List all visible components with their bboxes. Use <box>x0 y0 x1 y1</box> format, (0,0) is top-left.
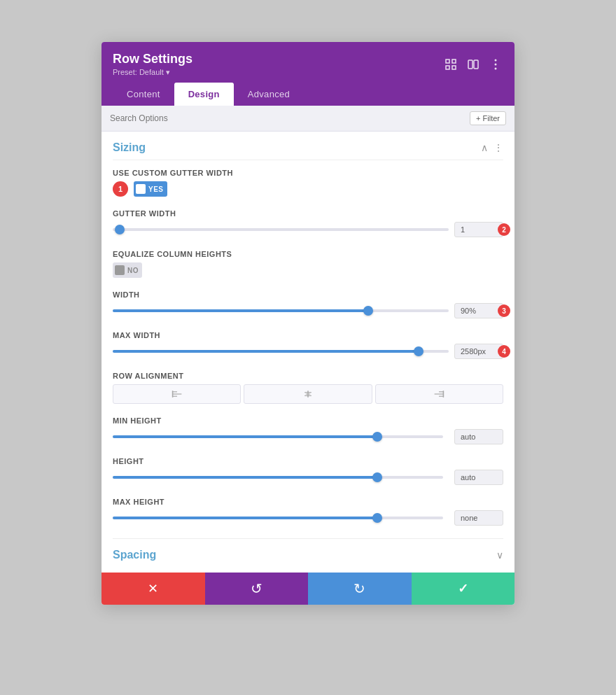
align-right-button[interactable] <box>375 384 503 404</box>
gutter-width-track[interactable] <box>113 228 449 231</box>
header-title-group: Row Settings Preset: Default ▾ <box>113 52 192 77</box>
width-setting: Width 3 <box>113 290 503 318</box>
cancel-button[interactable]: ✕ <box>102 573 205 605</box>
max-height-track[interactable] <box>113 517 443 519</box>
height-input[interactable] <box>454 470 503 485</box>
sizing-section-header: Sizing ∧ ⋮ <box>113 132 503 160</box>
cancel-icon: ✕ <box>148 581 158 596</box>
fullscreen-icon[interactable] <box>443 57 458 72</box>
width-label: Width <box>113 290 503 299</box>
min-height-track[interactable] <box>113 435 443 438</box>
alignment-buttons <box>113 384 503 404</box>
custom-gutter-toggle[interactable]: YES <box>134 181 167 197</box>
search-bar: + Filter <box>102 106 514 132</box>
badge-1: 1 <box>113 181 128 197</box>
toggle-dot-off <box>115 265 125 275</box>
spacing-section-header: Spacing ∨ <box>113 549 503 561</box>
equalize-columns-toggle[interactable]: NO <box>113 262 142 278</box>
save-button[interactable]: ✓ <box>412 573 515 605</box>
min-height-label: Min Height <box>113 416 503 425</box>
max-width-input[interactable] <box>454 344 503 359</box>
max-height-input[interactable] <box>454 510 503 526</box>
undo-button[interactable]: ↺ <box>205 573 309 605</box>
svg-point-8 <box>495 68 497 70</box>
min-height-input[interactable] <box>454 429 503 444</box>
row-alignment-setting: Row Alignment <box>113 372 503 404</box>
width-value-wrap: 3 <box>454 303 503 318</box>
height-slider-row <box>113 470 503 485</box>
align-left-button[interactable] <box>113 384 241 404</box>
height-setting: Height <box>113 457 503 485</box>
panel-tabs: Content Design Advanced <box>113 83 503 106</box>
sizing-title: Sizing <box>113 141 146 154</box>
use-custom-gutter-label: Use Custom Gutter Width <box>113 169 503 177</box>
svg-point-7 <box>495 64 497 66</box>
max-width-track[interactable] <box>113 350 449 353</box>
width-track[interactable] <box>113 309 449 312</box>
panel-title: Row Settings <box>113 52 192 66</box>
row-settings-panel: Row Settings Preset: Default ▾ <box>102 42 514 605</box>
panel-header: Row Settings Preset: Default ▾ <box>102 42 514 106</box>
save-icon: ✓ <box>458 581 468 596</box>
split-view-icon[interactable] <box>465 57 481 72</box>
height-track[interactable] <box>113 476 443 479</box>
spacing-section: Spacing ∨ <box>113 538 503 561</box>
redo-icon: ↻ <box>354 580 365 597</box>
height-label: Height <box>113 457 503 465</box>
max-width-value-wrap: 4 <box>454 344 503 359</box>
toggle-yes-label: YES <box>148 185 164 193</box>
svg-rect-0 <box>446 59 449 63</box>
tab-advanced[interactable]: Advanced <box>234 83 304 106</box>
equalize-columns-toggle-row: NO <box>113 262 503 278</box>
max-height-setting: Max Height <box>113 498 503 526</box>
use-custom-gutter-setting: Use Custom Gutter Width 1 YES <box>113 169 503 197</box>
width-input[interactable] <box>454 303 503 318</box>
tab-design[interactable]: Design <box>174 83 234 106</box>
max-width-label: Max Width <box>113 331 503 339</box>
max-height-label: Max Height <box>113 498 503 506</box>
equalize-columns-setting: Equalize Column Heights NO <box>113 250 503 278</box>
search-input[interactable] <box>110 113 470 123</box>
gutter-width-slider-row: 2 <box>113 222 503 237</box>
svg-rect-3 <box>452 66 456 69</box>
spacing-title: Spacing <box>113 549 156 561</box>
gutter-width-input[interactable] <box>454 222 503 237</box>
sizing-more-icon[interactable]: ⋮ <box>493 142 503 153</box>
redo-button[interactable]: ↻ <box>308 573 412 605</box>
gutter-width-label: Gutter Width <box>113 209 503 218</box>
panel-preset[interactable]: Preset: Default ▾ <box>113 68 192 77</box>
badge-3: 3 <box>498 304 510 317</box>
equalize-columns-label: Equalize Column Heights <box>113 250 503 258</box>
gutter-width-value-wrap: 2 <box>454 222 503 237</box>
max-width-slider-row: 4 <box>113 344 503 359</box>
max-height-slider-row <box>113 510 503 526</box>
row-alignment-label: Row Alignment <box>113 372 503 380</box>
tab-content[interactable]: Content <box>113 83 174 106</box>
badge-2: 2 <box>498 223 510 236</box>
badge-4: 4 <box>498 345 510 358</box>
svg-rect-2 <box>446 66 449 69</box>
sizing-collapse-icon[interactable]: ∧ <box>481 142 488 153</box>
svg-rect-5 <box>474 60 478 69</box>
max-width-setting: Max Width 4 <box>113 331 503 359</box>
svg-point-6 <box>495 59 497 62</box>
undo-icon: ↺ <box>251 580 262 597</box>
use-custom-gutter-toggle-row: 1 YES <box>113 181 503 197</box>
spacing-collapse-icon[interactable]: ∨ <box>496 549 503 561</box>
bottom-bar: ✕ ↺ ↻ ✓ <box>102 573 514 605</box>
gutter-width-setting: Gutter Width 2 <box>113 209 503 237</box>
min-height-slider-row <box>113 429 503 444</box>
svg-rect-1 <box>452 59 456 63</box>
align-center-button[interactable] <box>244 384 372 404</box>
width-slider-row: 3 <box>113 303 503 318</box>
sizing-controls: ∧ ⋮ <box>481 142 503 153</box>
svg-rect-4 <box>468 60 472 69</box>
header-icons <box>443 57 503 72</box>
panel-body: Sizing ∧ ⋮ Use Custom Gutter Width 1 YES… <box>102 132 514 573</box>
filter-button[interactable]: + Filter <box>470 111 506 125</box>
toggle-dot <box>136 184 146 194</box>
toggle-no-label: NO <box>127 267 139 274</box>
min-height-setting: Min Height <box>113 416 503 444</box>
more-options-icon[interactable] <box>488 57 503 72</box>
